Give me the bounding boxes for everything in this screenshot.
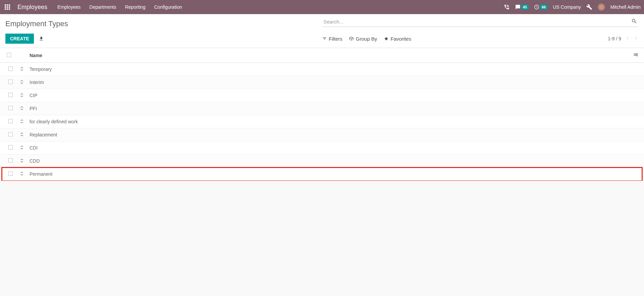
messages-icon[interactable]: 45 [515, 4, 529, 10]
table-row[interactable]: Replacement [0, 128, 644, 141]
table-row[interactable]: CDI [0, 141, 644, 155]
drag-handle-icon[interactable] [20, 93, 23, 98]
row-name: Permanent [27, 168, 631, 181]
table-row[interactable]: PFI [0, 102, 644, 115]
table-row[interactable]: for clearly defined work [0, 115, 644, 128]
pager-text: 1-9 / 9 [608, 36, 621, 41]
groupby-button[interactable]: Group By [349, 36, 377, 42]
row-name: Replacement [27, 128, 631, 141]
drag-handle-icon[interactable] [20, 145, 23, 151]
nav-configuration[interactable]: Configuration [153, 4, 183, 10]
row-name: Interim [27, 76, 631, 89]
row-checkbox[interactable] [8, 93, 13, 97]
svg-rect-4 [7, 6, 8, 8]
control-panel: Employment Types CREATE Filters Group By… [0, 14, 644, 48]
app-name[interactable]: Employees [17, 4, 47, 11]
nav-employees[interactable]: Employees [56, 4, 82, 10]
svg-point-11 [637, 55, 638, 56]
column-header-name[interactable]: Name [27, 48, 631, 63]
svg-rect-2 [9, 4, 10, 6]
table-wrap: Name Temporary Interim CIP PFI for clear… [0, 48, 644, 181]
activities-icon[interactable]: 66 [534, 4, 547, 10]
drag-handle-icon[interactable] [20, 80, 23, 85]
row-name: CIP [27, 89, 631, 102]
row-checkbox[interactable] [8, 106, 13, 110]
row-checkbox[interactable] [8, 158, 13, 163]
groupby-label: Group By [356, 36, 377, 42]
favorites-button[interactable]: Favorites [384, 36, 411, 42]
drag-handle-icon[interactable] [20, 132, 23, 137]
company-switcher[interactable]: US Company [553, 4, 581, 10]
row-checkbox[interactable] [8, 80, 13, 84]
table-row[interactable]: Interim [0, 76, 644, 89]
svg-rect-8 [9, 8, 10, 10]
select-all-checkbox[interactable] [7, 53, 11, 57]
row-name: PFI [27, 102, 631, 115]
table-row[interactable]: CDD [0, 155, 644, 168]
row-name: CDI [27, 141, 631, 155]
search-input[interactable] [322, 17, 639, 27]
svg-rect-6 [5, 8, 6, 10]
row-checkbox[interactable] [8, 132, 13, 136]
row-checkbox[interactable] [8, 67, 13, 71]
row-checkbox[interactable] [8, 119, 13, 123]
drag-handle-icon[interactable] [20, 106, 23, 111]
apps-icon[interactable] [3, 3, 11, 11]
svg-rect-5 [9, 6, 10, 8]
topbar: Employees Employees Departments Reportin… [0, 0, 644, 14]
activities-badge: 66 [540, 5, 547, 9]
page-title: Employment Types [5, 17, 68, 31]
user-menu[interactable]: Mitchell Admin [610, 4, 641, 10]
drag-handle-icon[interactable] [20, 172, 23, 177]
row-checkbox[interactable] [8, 171, 13, 176]
row-checkbox[interactable] [8, 145, 13, 150]
messages-badge: 45 [521, 5, 529, 9]
phone-icon[interactable] [504, 4, 510, 10]
pager-prev[interactable] [625, 36, 630, 42]
table-row[interactable]: Temporary [0, 63, 644, 76]
employment-types-table: Name Temporary Interim CIP PFI for clear… [0, 48, 644, 181]
nav-reporting[interactable]: Reporting [123, 4, 147, 10]
svg-point-10 [637, 54, 638, 55]
filters-button[interactable]: Filters [322, 36, 343, 42]
nav-departments[interactable]: Departments [88, 4, 117, 10]
table-row[interactable]: Permanent [0, 168, 644, 181]
pager-next[interactable] [634, 36, 639, 42]
row-name: for clearly defined work [27, 115, 631, 128]
drag-handle-icon[interactable] [20, 119, 23, 124]
drag-handle-icon[interactable] [20, 67, 23, 72]
row-name: Temporary [27, 63, 631, 76]
row-name: CDD [27, 155, 631, 168]
optional-columns-icon[interactable] [633, 53, 638, 58]
svg-rect-3 [5, 6, 6, 8]
search-icon[interactable] [631, 18, 637, 25]
drag-handle-icon[interactable] [20, 159, 23, 164]
svg-rect-7 [7, 8, 8, 10]
svg-rect-1 [7, 4, 8, 6]
svg-rect-0 [5, 4, 6, 6]
debug-icon[interactable] [586, 4, 592, 10]
avatar[interactable] [598, 3, 605, 11]
filters-label: Filters [329, 36, 343, 42]
favorites-label: Favorites [391, 36, 411, 42]
create-button[interactable]: CREATE [5, 34, 34, 44]
svg-point-9 [637, 53, 638, 54]
import-button[interactable] [37, 35, 45, 43]
table-row[interactable]: CIP [0, 89, 644, 102]
